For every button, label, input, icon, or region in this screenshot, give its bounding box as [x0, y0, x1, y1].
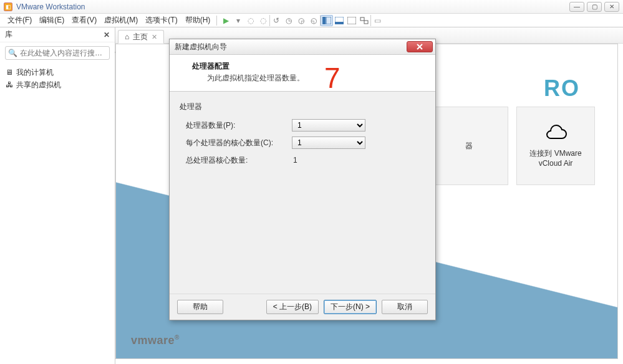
- take-snap-icon[interactable]: ◶: [295, 14, 307, 27]
- cancel-button[interactable]: 取消: [382, 300, 428, 314]
- maximize-button[interactable]: ▢: [587, 2, 602, 12]
- svg-rect-0: [322, 17, 326, 24]
- field-processor-count: 处理器数量(P): 1: [180, 117, 425, 133]
- search-icon: 🔍: [8, 49, 17, 57]
- field-total-cores: 总处理器核心数量: 1: [180, 152, 425, 168]
- menu-tabs[interactable]: 选项卡(T): [142, 14, 181, 27]
- svg-rect-3: [335, 22, 344, 24]
- sidebar-title: 库: [5, 29, 12, 40]
- view-library-icon[interactable]: [321, 15, 333, 26]
- field-cores-per-processor: 每个处理器的核心数量(C): 1: [180, 135, 425, 151]
- tab-label: 主页: [133, 32, 148, 42]
- vmware-logo: vmware®: [131, 334, 180, 347]
- tree-item-my-computer[interactable]: 🖥 我的计算机: [5, 66, 110, 79]
- tree-item-shared-vms[interactable]: 🖧 共享的虚拟机: [5, 79, 110, 91]
- sidebar: 库 ✕ 🔍 ▼ 🖥 我的计算机 🖧 共享的虚拟机: [0, 27, 115, 364]
- cores-per-processor-select[interactable]: 1: [292, 136, 365, 149]
- menu-vm[interactable]: 虚拟机(M): [100, 14, 142, 27]
- svg-rect-6: [364, 21, 368, 24]
- tile-label: 器: [465, 141, 473, 151]
- pro-label: RO: [544, 75, 580, 102]
- dialog-header-title: 处理器配置: [192, 61, 425, 72]
- home-icon: ⌂: [125, 32, 129, 41]
- dialog-title: 新建虚拟机向导: [175, 42, 227, 52]
- search-input[interactable]: [20, 49, 113, 57]
- toolbar-icon[interactable]: ◌: [257, 14, 269, 27]
- tree-label: 我的计算机: [16, 67, 54, 78]
- minimize-button[interactable]: —: [569, 2, 584, 12]
- sidebar-tree: 🖥 我的计算机 🖧 共享的虚拟机: [0, 64, 115, 93]
- dialog-titlebar[interactable]: 新建虚拟机向导: [170, 39, 435, 55]
- revert-icon[interactable]: ↺: [270, 14, 283, 27]
- field-label: 总处理器核心数量:: [180, 155, 292, 166]
- svg-rect-1: [326, 17, 331, 24]
- help-button[interactable]: 帮助: [177, 300, 223, 314]
- computer-icon: 🖥: [5, 68, 14, 77]
- dialog-body: 处理器 处理器数量(P): 1 每个处理器的核心数量(C): 1 总处理器核心数…: [170, 92, 435, 294]
- app-icon: ◧: [4, 2, 12, 11]
- tab-close-icon[interactable]: ✕: [152, 33, 157, 41]
- titlebar: ◧ VMware Workstation — ▢ ✕: [0, 0, 623, 14]
- tile-label: 连接到 VMware vCloud Air: [517, 148, 594, 168]
- menu-file[interactable]: 文件(F): [4, 14, 36, 27]
- back-button[interactable]: < 上一步(B): [266, 300, 319, 314]
- window-controls: — ▢ ✕: [569, 2, 619, 12]
- app-name: VMware Workstation: [16, 2, 85, 11]
- total-cores-value: 1: [292, 156, 297, 165]
- snapshot-icon[interactable]: ◌: [244, 14, 257, 27]
- view-unity-icon[interactable]: [358, 15, 370, 26]
- play-icon[interactable]: ▶: [220, 14, 232, 27]
- dialog-header-subtitle: 为此虚拟机指定处理器数量。: [192, 73, 425, 84]
- view-thumbnail-icon[interactable]: [333, 15, 345, 26]
- dialog-header: 处理器配置 为此虚拟机指定处理器数量。: [170, 55, 435, 92]
- field-label: 每个处理器的核心数量(C):: [180, 138, 292, 148]
- dialog-footer: 帮助 < 上一步(B) 下一步(N) > 取消: [170, 294, 435, 320]
- tile-vcloud-air[interactable]: 连接到 VMware vCloud Air: [516, 107, 595, 185]
- field-label: 处理器数量(P):: [180, 120, 292, 131]
- shared-vm-icon: 🖧: [5, 80, 14, 89]
- svg-rect-4: [347, 17, 356, 24]
- svg-rect-5: [360, 17, 364, 21]
- group-label-processors: 处理器: [180, 102, 425, 112]
- menubar: 文件(F) 编辑(E) 查看(V) 虚拟机(M) 选项卡(T) 帮助(H) ▶ …: [0, 14, 623, 27]
- tree-label: 共享的虚拟机: [16, 80, 61, 90]
- toolbar-icon-end[interactable]: ▭: [371, 14, 384, 27]
- menu-help[interactable]: 帮助(H): [181, 14, 215, 27]
- sidebar-header: 库 ✕: [0, 27, 115, 42]
- processor-count-select[interactable]: 1: [292, 119, 365, 132]
- sidebar-search[interactable]: 🔍 ▼: [5, 46, 110, 60]
- toolbar-icon-4[interactable]: ◵: [307, 14, 320, 27]
- menu-separator: [216, 16, 217, 26]
- new-vm-wizard-dialog: 新建虚拟机向导 处理器配置 为此虚拟机指定处理器数量。 处理器 处理器数量(P)…: [169, 39, 436, 320]
- manage-snap-icon[interactable]: ◷: [283, 14, 295, 27]
- menu-view[interactable]: 查看(V): [68, 14, 100, 27]
- close-icon: [416, 44, 423, 50]
- sidebar-close-icon[interactable]: ✕: [104, 31, 110, 39]
- next-button[interactable]: 下一步(N) >: [324, 300, 377, 314]
- dialog-close-button[interactable]: [407, 41, 433, 52]
- view-fullscreen-icon[interactable]: [345, 15, 358, 26]
- close-button[interactable]: ✕: [604, 2, 619, 12]
- tile-partial[interactable]: 器: [430, 107, 508, 185]
- menu-edit[interactable]: 编辑(E): [36, 14, 68, 27]
- cloud-icon: [543, 125, 568, 142]
- tab-home[interactable]: ⌂ 主页 ✕: [118, 30, 164, 44]
- dropdown-icon[interactable]: ▾: [232, 14, 244, 27]
